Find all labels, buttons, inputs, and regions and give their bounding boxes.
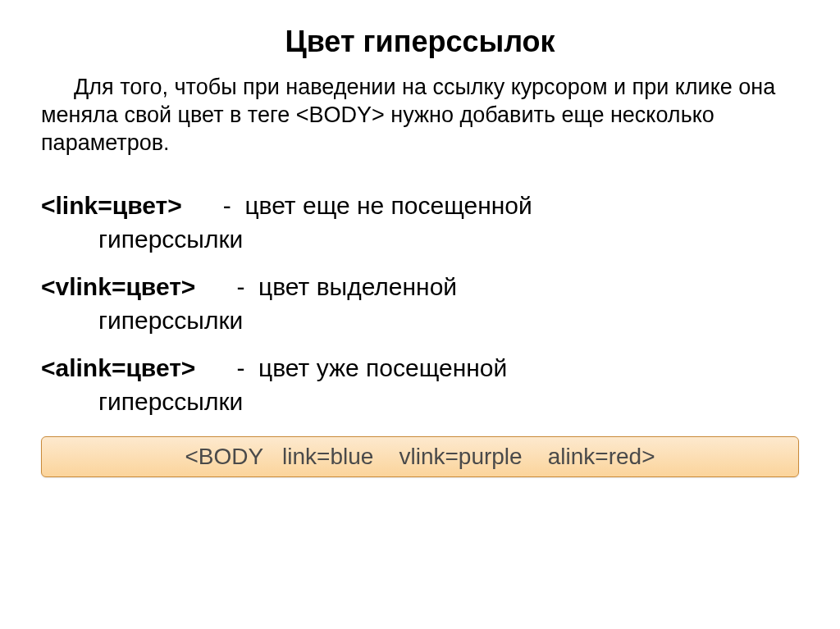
code-example-text: <BODY link=blue vlink=purple alink=red> — [185, 444, 655, 469]
definition-item: <alink=цвет> - цвет уже посещенной гипер… — [41, 352, 799, 418]
term-link: <link=цвет> — [41, 192, 182, 219]
definition-item: <vlink=цвет> - цвет выделенной гиперссыл… — [41, 271, 799, 337]
spacing — [195, 354, 236, 381]
definition-continuation: гиперссылки — [41, 223, 799, 257]
definition-text: - цвет еще не посещенной — [223, 192, 532, 219]
code-example-box: <BODY link=blue vlink=purple alink=red> — [41, 436, 799, 477]
term-vlink: <vlink=цвет> — [41, 273, 195, 300]
spacing — [182, 192, 223, 219]
intro-paragraph: Для того, чтобы при наведении на ссылку … — [41, 74, 799, 157]
definition-text: - цвет выделенной — [236, 273, 457, 300]
definitions-list: <link=цвет> - цвет еще не посещенной гип… — [41, 189, 799, 418]
page-title: Цвет гиперссылок — [41, 25, 799, 59]
definition-item: <link=цвет> - цвет еще не посещенной гип… — [41, 189, 799, 256]
definition-text: - цвет уже посещенной — [236, 354, 507, 381]
spacing — [195, 273, 236, 300]
definition-continuation: гиперссылки — [41, 385, 799, 419]
term-alink: <alink=цвет> — [41, 354, 195, 381]
definition-continuation: гиперссылки — [41, 304, 799, 338]
